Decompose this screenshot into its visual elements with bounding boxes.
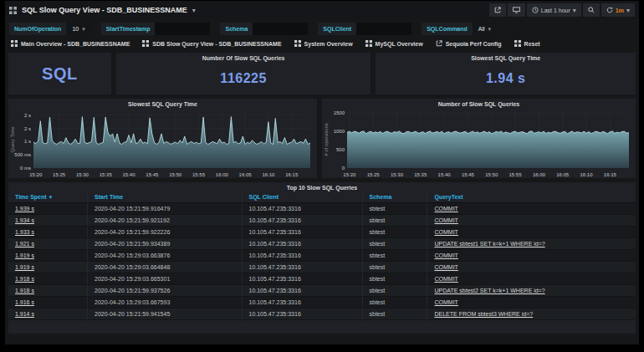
dashboard-link[interactable]: Sequoia Perf Config: [436, 40, 502, 47]
time-spent-link[interactable]: 1.939 s: [15, 206, 34, 212]
share-icon: [494, 7, 501, 13]
variable-value-dropdown[interactable]: All▾: [473, 23, 497, 35]
column-header-schema[interactable]: Schema: [362, 191, 427, 203]
dashboard-link[interactable]: Reset: [514, 40, 540, 47]
dashboard-link-label: Reset: [524, 41, 540, 47]
time-spent-link[interactable]: 1.934 s: [15, 217, 34, 223]
table-row: 1.914 s2020-04-20 15:21:59.94154510.105.…: [8, 309, 636, 320]
slow-query-count-chart[interactable]: 05001000150015:2015:2515:3015:3515:4015:…: [322, 108, 636, 178]
table-cell: 10.105.47.235:3316: [242, 273, 362, 285]
table-cell: 10.105.47.235:3316: [242, 262, 362, 273]
svg-text:15:20: 15:20: [343, 172, 356, 177]
svg-text:16:10: 16:10: [580, 172, 594, 177]
table-header-row: Time Spent ▼Start TimeSQL ClientSchemaQu…: [8, 191, 636, 203]
svg-text:Query Time: Query Time: [10, 126, 15, 153]
variable-label: StartTimestamp: [101, 23, 156, 35]
table-cell: DELETE FROM sbtest3 WHERE id=?: [427, 309, 636, 320]
time-spent-link[interactable]: 1.933 s: [15, 229, 34, 235]
variable-value-dropdown[interactable]: 10▾: [66, 23, 90, 35]
table-cell: 1.918 s: [8, 285, 88, 297]
column-header-start-time[interactable]: Start Time: [88, 191, 243, 203]
page-title: SQL Slow Query View - SDB_BUSINESSNAME: [22, 6, 187, 14]
column-header-querytext[interactable]: QueryText: [427, 191, 636, 203]
dashboard-grid-icon: [142, 40, 149, 47]
table-cell: COMMIT: [427, 215, 636, 227]
dashboard-link[interactable]: System Overview: [294, 40, 353, 47]
dashboard-link[interactable]: SDB Slow Query View - SDB_BUSINESSNAME: [142, 40, 281, 47]
table-cell: 10.105.47.235:3316: [242, 227, 362, 238]
variable-sqlcommand: SQLCommandAll▾: [422, 23, 497, 35]
table-cell: 2020-04-20 15:21:59.921192: [88, 215, 243, 227]
time-spent-link[interactable]: 1.918 s: [15, 276, 34, 282]
table-cell: 2020-04-20 15:29:03.664848: [88, 262, 243, 273]
column-header-sql-client[interactable]: SQL Client: [242, 191, 362, 203]
tv-mode-button[interactable]: [508, 3, 525, 17]
table-cell: 10.105.47.235:3316: [242, 309, 362, 320]
svg-text:500: 500: [336, 147, 345, 152]
dashboard-grid-icon: [9, 7, 17, 14]
dashboard-title-dropdown[interactable]: SQL Slow Query View - SDB_BUSINESSNAME ▾: [9, 6, 196, 14]
panel-title[interactable]: Top 10 Slow SQL Queries: [8, 182, 636, 191]
table-cell: 2020-04-20 15:21:59.922226: [88, 227, 243, 238]
svg-text:1 s: 1 s: [24, 139, 31, 144]
refresh-interval-label: 1m: [616, 8, 624, 13]
navbar-controls: Last 1 hour ▾ 1m ▾: [489, 3, 635, 17]
query-text-link[interactable]: COMMIT: [434, 299, 457, 305]
dashboard-link-label: MySQL Overview: [376, 41, 423, 47]
variable-sqlclient: SQLClient: [318, 23, 411, 35]
time-range-picker[interactable]: Last 1 hour ▾: [527, 3, 581, 17]
query-text-link[interactable]: UPDATE sbtest1 SET k=k+1 WHERE id=?: [434, 241, 544, 247]
dashboard-grid-icon: [365, 40, 372, 47]
panel-top10-slow-queries: Top 10 Slow SQL Queries Time Spent ▼Star…: [8, 182, 636, 334]
variable-input[interactable]: [356, 23, 411, 35]
panel-title[interactable]: Slowest SQL Query Time: [376, 53, 636, 62]
query-text-link[interactable]: UPDATE sbtest2 SET k=k+1 WHERE id=?: [434, 288, 544, 293]
time-spent-link[interactable]: 1.919 s: [15, 264, 34, 270]
time-spent-link[interactable]: 1.916 s: [15, 299, 34, 305]
svg-text:1500: 1500: [334, 110, 345, 115]
stats-row: SQL Number Of Slow SQL Queries 116225 Sl…: [8, 53, 636, 94]
time-spent-link[interactable]: 1.921 s: [15, 241, 34, 247]
table-cell: 1.918 s: [8, 273, 88, 285]
svg-text:16:05: 16:05: [239, 172, 253, 177]
panel-title[interactable]: Number Of Slow SQL Queries: [116, 53, 371, 62]
dashboard-links: Main Overview - SDB_BUSINESSNAMESDB Slow…: [5, 38, 639, 51]
query-text-link[interactable]: COMMIT: [434, 206, 457, 212]
dashboard-link-label: System Overview: [304, 41, 353, 47]
zoom-out-button[interactable]: [583, 3, 600, 17]
panel-title[interactable]: Number of Slow SQL Queries: [322, 99, 636, 108]
variable-label: SQLCommand: [422, 23, 473, 35]
time-spent-link[interactable]: 1.914 s: [15, 311, 34, 317]
variable-input[interactable]: [155, 23, 210, 35]
dashboard-link[interactable]: MySQL Overview: [365, 40, 423, 47]
dashboard-grid-icon: [294, 40, 301, 47]
query-text-link[interactable]: COMMIT: [434, 276, 457, 282]
table-row: 1.939 s2020-04-20 15:21:59.91647910.105.…: [8, 203, 636, 215]
panel-title[interactable]: Slowest SQL Query Time: [8, 99, 317, 108]
query-text-link[interactable]: COMMIT: [434, 264, 457, 270]
column-header-time-spent[interactable]: Time Spent ▼: [8, 191, 88, 203]
table-cell: 1.934 s: [8, 215, 88, 227]
svg-text:16:15: 16:15: [604, 172, 617, 177]
sort-desc-icon: ▼: [49, 195, 54, 200]
svg-text:15:45: 15:45: [146, 172, 159, 177]
time-spent-link[interactable]: 1.919 s: [15, 253, 34, 258]
share-button[interactable]: [489, 3, 506, 17]
variable-input[interactable]: [253, 23, 308, 35]
variable-selected-value: All: [478, 26, 485, 32]
table-cell: 2020-04-20 15:21:59.941545: [88, 309, 243, 320]
dashboard-link-label: SDB Slow Query View - SDB_BUSINESSNAME: [152, 41, 281, 47]
slowest-query-time-chart[interactable]: 0 ms500 ms1 s2 s2 s15:2015:2515:3015:351…: [8, 108, 317, 178]
query-text-link[interactable]: COMMIT: [434, 217, 457, 223]
variable-label: Schema: [220, 23, 253, 35]
time-spent-link[interactable]: 1.918 s: [15, 288, 34, 293]
table-row: 1.919 s2020-04-20 15:29:03.66387610.105.…: [8, 250, 636, 262]
table-cell: 10.105.47.235:3316: [242, 238, 362, 250]
variable-numofoperation: NumOfOperation10▾: [9, 23, 91, 35]
dashboard-link[interactable]: Main Overview - SDB_BUSINESSNAME: [11, 40, 130, 47]
svg-text:16:00: 16:00: [533, 172, 546, 177]
query-text-link[interactable]: DELETE FROM sbtest3 WHERE id=?: [434, 311, 533, 317]
query-text-link[interactable]: COMMIT: [434, 253, 457, 258]
refresh-picker[interactable]: 1m ▾: [601, 3, 635, 17]
query-text-link[interactable]: COMMIT: [434, 229, 457, 235]
